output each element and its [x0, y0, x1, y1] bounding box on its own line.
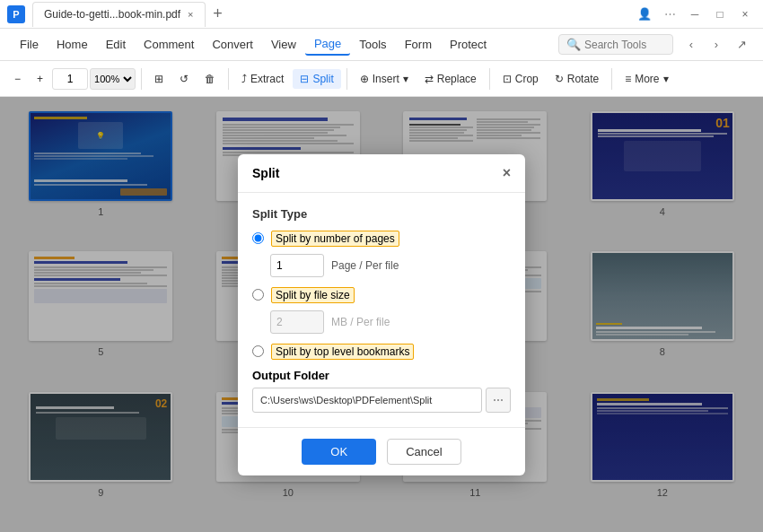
- toolbar-separator-1: [141, 68, 142, 90]
- radio-by-size[interactable]: [252, 289, 264, 301]
- size-unit-label: MB / Per file: [331, 316, 390, 328]
- zoom-out-icon: −: [14, 73, 21, 85]
- replace-button[interactable]: ⇄ Replace: [417, 69, 484, 89]
- pages-input-group: Page / Per file: [270, 254, 511, 277]
- crop-icon: ⊡: [503, 73, 512, 85]
- option-by-bookmarks[interactable]: Split by top level bookmarks: [252, 344, 511, 358]
- ok-button[interactable]: OK: [302, 439, 376, 465]
- split-button[interactable]: ⊟ Split: [293, 69, 340, 89]
- folder-browse-button[interactable]: ⋯: [486, 388, 511, 413]
- rotate-button[interactable]: ↻ Rotate: [548, 69, 606, 89]
- close-window-button[interactable]: ×: [734, 4, 756, 25]
- nav-forward-button[interactable]: ›: [706, 34, 727, 56]
- search-input[interactable]: [584, 39, 665, 51]
- main-content: 💡 1: [0, 97, 763, 532]
- menu-convert[interactable]: Convert: [203, 34, 262, 55]
- pages-number-input[interactable]: [270, 254, 324, 277]
- add-tab-button[interactable]: +: [207, 4, 229, 25]
- organize-button[interactable]: ⊞: [147, 69, 171, 89]
- maximize-button[interactable]: □: [709, 4, 731, 25]
- share-button[interactable]: ↗: [731, 34, 752, 56]
- menu-view[interactable]: View: [262, 34, 305, 55]
- folder-input-group: ⋯: [252, 388, 511, 413]
- menu-page[interactable]: Page: [305, 33, 350, 56]
- title-tabs: Guide-to-getti...book-min.pdf × +: [32, 2, 634, 27]
- rotate-small-icon: ↺: [180, 73, 189, 85]
- menu-comment[interactable]: Comment: [135, 34, 203, 55]
- search-icon: 🔍: [566, 38, 581, 51]
- modal-body: Split Type Split by number of pages Page…: [238, 193, 525, 427]
- menu-bar: File Home Edit Comment Convert View Page…: [0, 29, 763, 61]
- rotate-icon: ↻: [555, 73, 564, 85]
- crop-button[interactable]: ⊡ Crop: [496, 69, 546, 89]
- extract-icon: ⤴: [241, 73, 247, 85]
- rotate-small-button[interactable]: ↺: [172, 69, 196, 89]
- title-bar: P Guide-to-getti...book-min.pdf × + 👤 ⋯ …: [0, 0, 763, 29]
- delete-button[interactable]: 🗑: [197, 69, 223, 89]
- split-icon: ⊟: [300, 73, 309, 85]
- menu-home[interactable]: Home: [48, 34, 97, 55]
- size-number-input: [270, 310, 324, 334]
- output-folder-section: Output Folder ⋯: [252, 369, 511, 413]
- menu-edit[interactable]: Edit: [97, 34, 135, 55]
- menu-protect[interactable]: Protect: [441, 34, 496, 55]
- menu-tools[interactable]: Tools: [350, 34, 395, 55]
- search-box[interactable]: 🔍: [558, 34, 673, 55]
- radio-by-bookmarks[interactable]: [252, 345, 264, 357]
- tab-label: Guide-to-getti...book-min.pdf: [44, 8, 180, 21]
- window-controls: 👤 ⋯ ─ □ ×: [634, 4, 756, 25]
- menu-form[interactable]: Form: [396, 34, 441, 55]
- zoom-in-icon: +: [37, 73, 43, 85]
- modal-overlay: Split × Split Type Split by number of pa…: [0, 97, 763, 532]
- pages-unit-label: Page / Per file: [331, 259, 399, 272]
- replace-icon: ⇄: [425, 73, 434, 85]
- organize-icon: ⊞: [154, 73, 163, 85]
- toolbar-separator-2: [228, 68, 229, 90]
- nav-back-button[interactable]: ‹: [680, 34, 702, 56]
- option-by-pages[interactable]: Split by number of pages: [252, 231, 511, 245]
- toolbar-separator-5: [611, 68, 612, 90]
- zoom-select[interactable]: 100% 75% 125%: [90, 68, 136, 90]
- delete-icon: 🗑: [205, 73, 215, 85]
- insert-icon: ⊕: [360, 73, 369, 85]
- split-dialog: Split × Split Type Split by number of pa…: [238, 154, 525, 475]
- browse-icon: ⋯: [493, 394, 504, 406]
- modal-close-button[interactable]: ×: [503, 165, 511, 181]
- zoom-group: − + 100% 75% 125%: [7, 68, 136, 90]
- zoom-in-button[interactable]: +: [30, 69, 50, 89]
- radio-by-pages[interactable]: [252, 232, 264, 244]
- option-by-size-label: Split by file size: [271, 287, 355, 303]
- insert-chevron-icon: ▾: [403, 73, 408, 85]
- modal-header: Split ×: [238, 154, 525, 193]
- zoom-out-button[interactable]: −: [7, 69, 28, 89]
- output-folder-label: Output Folder: [252, 369, 511, 382]
- overflow-icon[interactable]: ⋯: [659, 4, 680, 25]
- minimize-button[interactable]: ─: [684, 4, 706, 25]
- active-tab[interactable]: Guide-to-getti...book-min.pdf ×: [32, 2, 206, 27]
- more-button[interactable]: ≡ More ▾: [618, 69, 675, 89]
- more-icon: ≡: [625, 73, 631, 85]
- modal-title: Split: [252, 166, 279, 180]
- toolbar-separator-3: [346, 68, 347, 90]
- option-by-size[interactable]: Split by file size: [252, 288, 511, 301]
- app-icon: P: [7, 5, 25, 23]
- menu-file[interactable]: File: [11, 34, 48, 55]
- toolbar-separator-4: [489, 68, 490, 90]
- option-by-bookmarks-label: Split by top level bookmarks: [271, 344, 414, 360]
- cancel-button[interactable]: Cancel: [387, 439, 460, 465]
- modal-footer: OK Cancel: [238, 427, 525, 475]
- extract-button[interactable]: ⤴ Extract: [234, 69, 291, 89]
- size-input-group: MB / Per file: [270, 310, 511, 334]
- page-number-input[interactable]: [52, 68, 88, 90]
- folder-path-input[interactable]: [252, 388, 482, 413]
- insert-button[interactable]: ⊕ Insert ▾: [353, 69, 416, 89]
- avatar-icon[interactable]: 👤: [634, 4, 655, 25]
- thumbnail-grid: 💡 1: [0, 97, 763, 532]
- split-type-title: Split Type: [252, 207, 511, 221]
- nav-buttons: ‹ › ↗: [680, 34, 752, 56]
- tab-close-icon[interactable]: ×: [188, 9, 193, 20]
- page-toolbar: − + 100% 75% 125% ⊞ ↺ 🗑 ⤴ Extract ⊟ Spli…: [0, 61, 763, 97]
- more-chevron-icon: ▾: [663, 73, 669, 85]
- option-by-pages-label: Split by number of pages: [271, 231, 399, 247]
